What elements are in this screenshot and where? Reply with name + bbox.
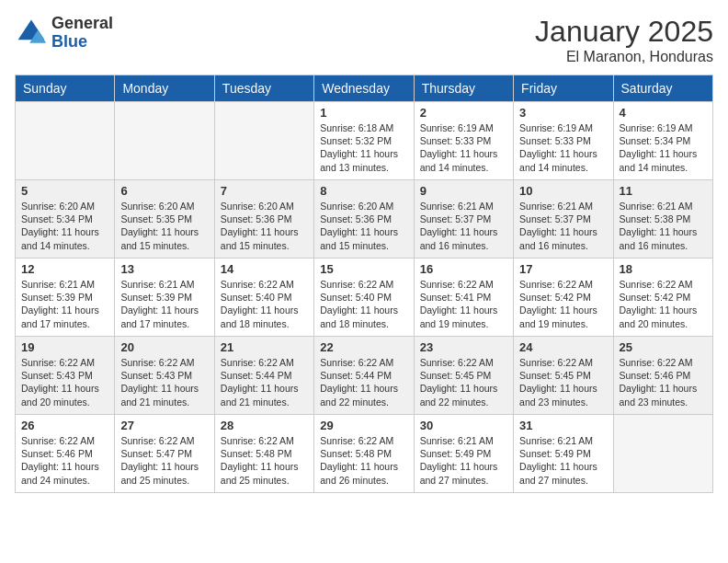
day-info: Sunrise: 6:21 AM Sunset: 5:38 PM Dayligh… xyxy=(620,200,707,252)
day-number: 28 xyxy=(221,419,308,432)
page-header: General Blue January 2025 El Maranon, Ho… xyxy=(15,15,713,65)
day-number: 16 xyxy=(420,262,507,276)
day-number: 10 xyxy=(519,184,607,198)
calendar-table: SundayMondayTuesdayWednesdayThursdayFrid… xyxy=(15,75,713,493)
day-info: Sunrise: 6:22 AM Sunset: 5:40 PM Dayligh… xyxy=(320,278,407,330)
day-info: Sunrise: 6:21 AM Sunset: 5:49 PM Dayligh… xyxy=(519,434,607,487)
day-cell: 22Sunrise: 6:22 AM Sunset: 5:44 PM Dayli… xyxy=(314,337,414,415)
day-info: Sunrise: 6:22 AM Sunset: 5:44 PM Dayligh… xyxy=(320,356,407,408)
day-cell: 31Sunrise: 6:21 AM Sunset: 5:49 PM Dayli… xyxy=(514,415,613,493)
day-info: Sunrise: 6:22 AM Sunset: 5:45 PM Dayligh… xyxy=(519,356,607,408)
day-info: Sunrise: 6:20 AM Sunset: 5:36 PM Dayligh… xyxy=(320,200,407,252)
day-number: 17 xyxy=(519,262,607,276)
day-info: Sunrise: 6:22 AM Sunset: 5:45 PM Dayligh… xyxy=(420,356,507,408)
day-number: 25 xyxy=(620,340,707,354)
header-tuesday: Tuesday xyxy=(214,75,313,102)
header-wednesday: Wednesday xyxy=(314,75,414,102)
week-row-2: 5Sunrise: 6:20 AM Sunset: 5:34 PM Daylig… xyxy=(16,180,713,259)
logo-general: General xyxy=(51,15,113,33)
day-cell: 5Sunrise: 6:20 AM Sunset: 5:34 PM Daylig… xyxy=(16,180,115,259)
header-friday: Friday xyxy=(514,75,613,102)
day-cell xyxy=(16,102,115,180)
day-info: Sunrise: 6:22 AM Sunset: 5:46 PM Dayligh… xyxy=(21,434,108,487)
header-monday: Monday xyxy=(115,75,214,102)
day-cell: 8Sunrise: 6:20 AM Sunset: 5:36 PM Daylig… xyxy=(314,180,414,259)
day-cell: 6Sunrise: 6:20 AM Sunset: 5:35 PM Daylig… xyxy=(115,180,214,259)
day-number: 30 xyxy=(420,419,507,432)
day-cell: 2Sunrise: 6:19 AM Sunset: 5:33 PM Daylig… xyxy=(414,102,513,180)
logo-text: General Blue xyxy=(51,15,113,52)
day-info: Sunrise: 6:21 AM Sunset: 5:37 PM Dayligh… xyxy=(519,200,607,252)
day-info: Sunrise: 6:22 AM Sunset: 5:41 PM Dayligh… xyxy=(420,278,507,330)
day-number: 29 xyxy=(320,419,407,432)
day-info: Sunrise: 6:19 AM Sunset: 5:34 PM Dayligh… xyxy=(620,121,707,174)
calendar-title: January 2025 xyxy=(535,15,713,49)
day-info: Sunrise: 6:22 AM Sunset: 5:46 PM Dayligh… xyxy=(620,356,707,408)
day-info: Sunrise: 6:22 AM Sunset: 5:43 PM Dayligh… xyxy=(120,356,208,408)
day-cell xyxy=(214,102,313,180)
day-info: Sunrise: 6:20 AM Sunset: 5:35 PM Dayligh… xyxy=(120,200,208,252)
day-info: Sunrise: 6:20 AM Sunset: 5:36 PM Dayligh… xyxy=(221,200,308,252)
day-cell: 28Sunrise: 6:22 AM Sunset: 5:48 PM Dayli… xyxy=(214,415,313,493)
day-info: Sunrise: 6:19 AM Sunset: 5:33 PM Dayligh… xyxy=(519,121,607,174)
week-row-5: 26Sunrise: 6:22 AM Sunset: 5:46 PM Dayli… xyxy=(16,415,713,493)
week-row-3: 12Sunrise: 6:21 AM Sunset: 5:39 PM Dayli… xyxy=(16,259,713,337)
day-number: 23 xyxy=(420,340,507,354)
day-number: 3 xyxy=(519,106,607,120)
day-cell: 15Sunrise: 6:22 AM Sunset: 5:40 PM Dayli… xyxy=(314,259,414,337)
title-block: January 2025 El Maranon, Honduras xyxy=(535,15,713,65)
header-saturday: Saturday xyxy=(613,75,712,102)
day-number: 27 xyxy=(120,419,208,432)
day-cell: 3Sunrise: 6:19 AM Sunset: 5:33 PM Daylig… xyxy=(514,102,613,180)
day-cell: 29Sunrise: 6:22 AM Sunset: 5:48 PM Dayli… xyxy=(314,415,414,493)
day-cell: 12Sunrise: 6:21 AM Sunset: 5:39 PM Dayli… xyxy=(16,259,115,337)
day-cell: 1Sunrise: 6:18 AM Sunset: 5:32 PM Daylig… xyxy=(314,102,414,180)
day-info: Sunrise: 6:22 AM Sunset: 5:44 PM Dayligh… xyxy=(221,356,308,408)
logo-blue: Blue xyxy=(51,33,113,52)
calendar-subtitle: El Maranon, Honduras xyxy=(535,49,713,65)
day-cell: 9Sunrise: 6:21 AM Sunset: 5:37 PM Daylig… xyxy=(414,180,513,259)
week-row-1: 1Sunrise: 6:18 AM Sunset: 5:32 PM Daylig… xyxy=(16,102,713,180)
day-cell: 14Sunrise: 6:22 AM Sunset: 5:40 PM Dayli… xyxy=(214,259,313,337)
day-number: 18 xyxy=(620,262,707,276)
day-info: Sunrise: 6:22 AM Sunset: 5:42 PM Dayligh… xyxy=(519,278,607,330)
day-info: Sunrise: 6:21 AM Sunset: 5:49 PM Dayligh… xyxy=(420,434,507,487)
day-cell: 11Sunrise: 6:21 AM Sunset: 5:38 PM Dayli… xyxy=(613,180,712,259)
day-number: 7 xyxy=(221,184,308,198)
day-info: Sunrise: 6:22 AM Sunset: 5:48 PM Dayligh… xyxy=(320,434,407,487)
day-cell: 20Sunrise: 6:22 AM Sunset: 5:43 PM Dayli… xyxy=(115,337,214,415)
day-cell xyxy=(613,415,712,493)
day-info: Sunrise: 6:21 AM Sunset: 5:37 PM Dayligh… xyxy=(420,200,507,252)
day-cell: 7Sunrise: 6:20 AM Sunset: 5:36 PM Daylig… xyxy=(214,180,313,259)
day-number: 1 xyxy=(320,106,407,120)
day-cell: 21Sunrise: 6:22 AM Sunset: 5:44 PM Dayli… xyxy=(214,337,313,415)
day-cell: 19Sunrise: 6:22 AM Sunset: 5:43 PM Dayli… xyxy=(16,337,115,415)
day-number: 22 xyxy=(320,340,407,354)
day-cell: 4Sunrise: 6:19 AM Sunset: 5:34 PM Daylig… xyxy=(613,102,712,180)
day-cell: 25Sunrise: 6:22 AM Sunset: 5:46 PM Dayli… xyxy=(613,337,712,415)
day-cell: 16Sunrise: 6:22 AM Sunset: 5:41 PM Dayli… xyxy=(414,259,513,337)
day-info: Sunrise: 6:19 AM Sunset: 5:33 PM Dayligh… xyxy=(420,121,507,174)
header-thursday: Thursday xyxy=(414,75,513,102)
day-number: 20 xyxy=(120,340,208,354)
day-info: Sunrise: 6:22 AM Sunset: 5:42 PM Dayligh… xyxy=(620,278,707,330)
day-cell: 24Sunrise: 6:22 AM Sunset: 5:45 PM Dayli… xyxy=(514,337,613,415)
day-number: 6 xyxy=(120,184,208,198)
logo: General Blue xyxy=(15,15,113,52)
day-cell: 17Sunrise: 6:22 AM Sunset: 5:42 PM Dayli… xyxy=(514,259,613,337)
day-info: Sunrise: 6:21 AM Sunset: 5:39 PM Dayligh… xyxy=(120,278,208,330)
day-number: 24 xyxy=(519,340,607,354)
day-number: 19 xyxy=(21,340,108,354)
day-number: 13 xyxy=(120,262,208,276)
day-cell xyxy=(115,102,214,180)
logo-icon xyxy=(15,17,48,50)
calendar-header: SundayMondayTuesdayWednesdayThursdayFrid… xyxy=(16,75,713,102)
day-number: 4 xyxy=(620,106,707,120)
day-number: 15 xyxy=(320,262,407,276)
header-sunday: Sunday xyxy=(16,75,115,102)
day-info: Sunrise: 6:20 AM Sunset: 5:34 PM Dayligh… xyxy=(21,200,108,252)
day-number: 12 xyxy=(21,262,108,276)
day-cell: 10Sunrise: 6:21 AM Sunset: 5:37 PM Dayli… xyxy=(514,180,613,259)
day-info: Sunrise: 6:22 AM Sunset: 5:40 PM Dayligh… xyxy=(221,278,308,330)
day-info: Sunrise: 6:18 AM Sunset: 5:32 PM Dayligh… xyxy=(320,121,407,174)
